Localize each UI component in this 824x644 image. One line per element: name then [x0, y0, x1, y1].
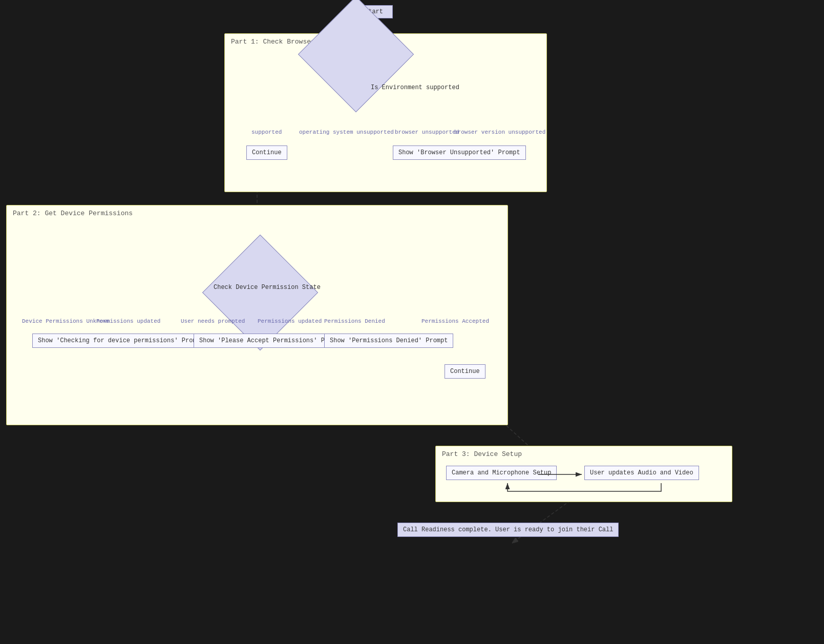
part3-camera-box: Camera and Microphone Setup	[446, 466, 557, 480]
part1-diamond	[298, 0, 414, 112]
part2-continue-box: Continue	[445, 364, 485, 379]
part2-user-prompted-label: User needs prompted	[181, 318, 245, 324]
diagram-container: Start Part 1: Check Browser Support Is E…	[0, 0, 824, 644]
part2-denied-label: Show 'Permissions Denied' Prompt	[330, 337, 448, 344]
part1-section: Part 1: Check Browser Support Is Environ…	[224, 33, 547, 192]
part2-perm-updated1-label: Permissions updated	[96, 318, 160, 324]
final-label: Call Readiness complete. User is ready t…	[403, 526, 613, 533]
part1-unsupported-box: Show 'Browser Unsupported' Prompt	[393, 146, 526, 160]
part3-label: Part 3: Device Setup	[442, 450, 522, 458]
part3-user-updates-label: User updates Audio and Video	[590, 469, 693, 476]
part1-os-unsupported-label: operating system unsupported	[299, 129, 394, 135]
part1-supported-label: supported	[251, 129, 282, 135]
part1-continue-label: Continue	[252, 149, 282, 156]
final-node: Call Readiness complete. User is ready t…	[397, 523, 619, 537]
part2-accept-label: Show 'Please Accept Permissions' Prompt	[199, 337, 343, 344]
part2-checking-box: Show 'Checking for device permissions' P…	[32, 334, 209, 348]
part1-browser-version-label: browser version unsupported	[454, 129, 545, 135]
part3-user-updates-box: User updates Audio and Video	[584, 466, 699, 480]
part2-checking-label: Show 'Checking for device permissions' P…	[38, 337, 204, 344]
part3-camera-label: Camera and Microphone Setup	[452, 469, 551, 476]
part2-denied-box: Show 'Permissions Denied' Prompt	[324, 334, 453, 348]
part2-label: Part 2: Get Device Permissions	[13, 210, 133, 217]
part2-accepted-label: Permissions Accepted	[421, 318, 489, 324]
part1-unsupported-label: Show 'Browser Unsupported' Prompt	[398, 149, 520, 156]
part2-section: Part 2: Get Device Permissions Check Dev…	[6, 205, 508, 425]
part3-section: Part 3: Device Setup Camera and Micropho…	[435, 446, 732, 502]
part2-continue-label: Continue	[450, 368, 480, 375]
part2-denied-label-text: Permissions Denied	[324, 318, 385, 324]
part2-perm-updated2-label: Permissions updated	[258, 318, 322, 324]
part1-browser-unsupported-label: browser unsupported	[395, 129, 459, 135]
part1-continue-box: Continue	[246, 146, 287, 160]
